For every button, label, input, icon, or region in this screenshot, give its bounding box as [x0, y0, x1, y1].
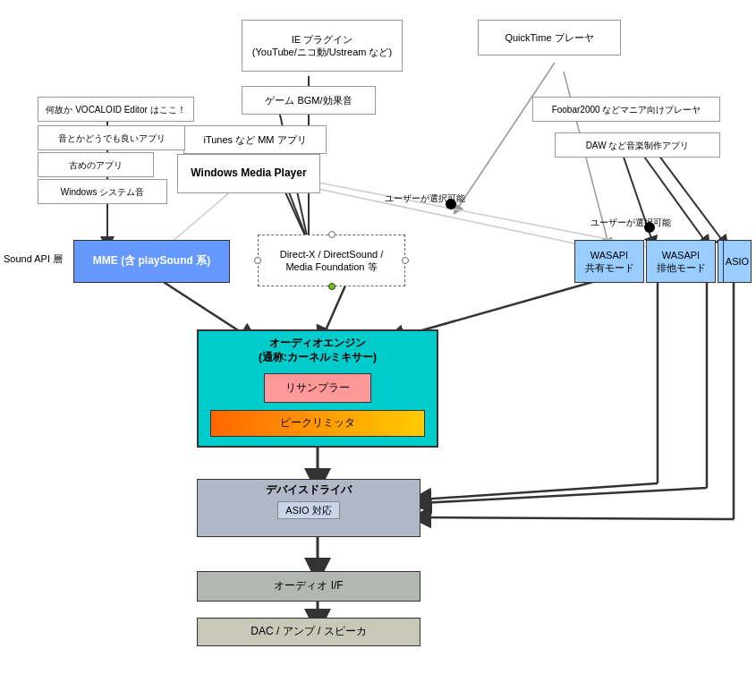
game-bgm-label: ゲーム BGM/効果音 — [265, 94, 352, 107]
dac-label: DAC / アンプ / スピーカ — [251, 625, 366, 639]
ie-plugin-box: IE プラグイン (YouTube/ニコ動/Ustream など) — [242, 20, 403, 72]
sound-any-label: 音とかどうでも良いアプリ — [58, 132, 166, 144]
audio-if-box: オーディオ I/F — [197, 571, 420, 602]
quicktime-box: QuickTime プレーヤ — [478, 20, 621, 55]
directx-label: Direct-X / DirectSound / Media Foundatio… — [280, 248, 384, 274]
resampler-label: リサンプラー — [285, 381, 350, 396]
itunes-box: iTunes など MM アプリ — [183, 125, 327, 154]
audio-engine-title: オーディオエンジン (通称:カーネルミキサー) — [259, 337, 377, 364]
audio-engine-box: オーディオエンジン (通称:カーネルミキサー) リサンプラー ピークリミッタ — [197, 329, 438, 448]
quicktime-label: QuickTime プレーヤ — [505, 31, 593, 44]
wasapi-excl-box: WASAPI 排他モード — [646, 240, 716, 283]
asio-label: ASIO — [726, 255, 749, 268]
sound-any-box: 音とかどうでも良いアプリ — [38, 125, 185, 150]
wasapi-shared-box: WASAPI 共有モード — [574, 240, 644, 283]
device-driver-box: デバイスドライバ ASIO 対応 — [197, 479, 420, 537]
vocaloid-label: 何故か VOCALOID Editor はここ！ — [46, 104, 185, 115]
old-app-label: 古めのアプリ — [69, 159, 123, 171]
asio-support-sub: ASIO 対応 — [277, 501, 339, 519]
ie-plugin-label: IE プラグイン (YouTube/ニコ動/Ustream など) — [252, 33, 392, 59]
resampler-box: リサンプラー — [264, 373, 371, 402]
wmp-label: Windows Media Player — [191, 166, 306, 181]
mme-label: MME (含 playSound 系) — [93, 254, 210, 269]
windows-sys-box: Windows システム音 — [38, 179, 167, 204]
mme-box: MME (含 playSound 系) — [73, 240, 230, 283]
game-bgm-box: ゲーム BGM/効果音 — [242, 86, 376, 115]
sound-api-label: Sound API 層 — [4, 252, 63, 266]
svg-line-19 — [420, 488, 707, 503]
user-select-label-2: ユーザーが選択可能 — [590, 217, 671, 229]
wasapi-excl-label: WASAPI 排他モード — [657, 249, 706, 275]
diagram: IE プラグイン (YouTube/ニコ動/Ustream など) QuickT… — [0, 0, 756, 700]
peak-limiter-box: ピークリミッタ — [210, 410, 425, 437]
asio-box: ASIO — [723, 240, 752, 283]
daw-box: DAW など音楽制作アプリ — [555, 132, 720, 158]
wasapi-shared-label: WASAPI 共有モード — [585, 249, 634, 275]
dac-box: DAC / アンプ / スピーカ — [197, 618, 420, 646]
audio-if-label: オーディオ I/F — [274, 579, 343, 593]
windows-sys-label: Windows システム音 — [61, 186, 144, 198]
user-select-label-1: ユーザーが選択可能 — [385, 192, 465, 205]
directx-box: Direct-X / DirectSound / Media Foundatio… — [258, 235, 405, 286]
daw-label: DAW など音楽制作アプリ — [586, 140, 690, 151]
foobar-box: Foobar2000 などマニア向けプレーヤ — [532, 97, 720, 122]
svg-line-17 — [420, 483, 658, 499]
itunes-label: iTunes など MM アプリ — [203, 133, 306, 146]
peak-limiter-label: ピークリミッタ — [280, 416, 355, 431]
device-driver-title: デバイスドライバ — [201, 483, 416, 498]
svg-line-21 — [420, 517, 734, 519]
foobar-label: Foobar2000 などマニア向けプレーヤ — [552, 104, 701, 115]
svg-line-8 — [456, 63, 555, 210]
wmp-box: Windows Media Player — [177, 154, 320, 193]
old-app-box: 古めのアプリ — [38, 152, 154, 177]
vocaloid-box: 何故か VOCALOID Editor はここ！ — [38, 97, 194, 122]
